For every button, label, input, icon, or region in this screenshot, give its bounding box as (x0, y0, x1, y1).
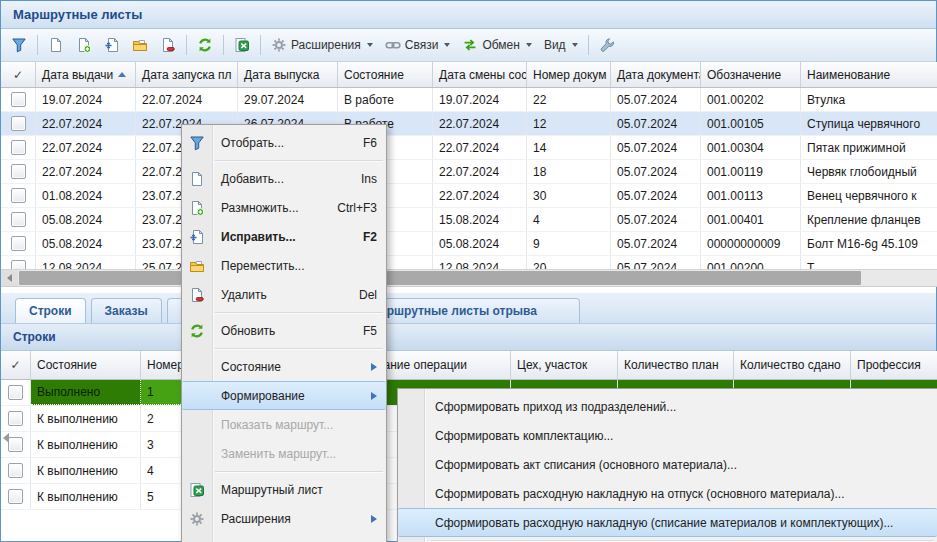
row-checkbox[interactable] (11, 140, 26, 155)
scroll-left-arrow[interactable] (3, 433, 9, 443)
tab-4[interactable]: Маршрутные листы отрыва (356, 298, 580, 323)
menu-item-удалить[interactable]: УдалитьDel (182, 280, 386, 309)
table-cell: 22.07.2024 (433, 160, 527, 183)
toolbar-button-расширения[interactable]: Расширения (266, 34, 378, 56)
row-checkbox-cell[interactable] (1, 136, 36, 159)
menu-item-label: Расширения (221, 512, 291, 526)
tab-2[interactable]: Заказы (91, 298, 162, 323)
column-header[interactable]: Дата смены сос (433, 62, 527, 87)
tab-1[interactable]: Строки (15, 298, 86, 323)
column-header[interactable]: Профессия (851, 351, 937, 379)
toolbar-button-filter[interactable] (6, 34, 32, 56)
row-checkbox-cell[interactable] (1, 112, 36, 135)
row-checkbox[interactable] (11, 212, 26, 227)
table-row[interactable]: 22.07.202422.07.202422.07.20241405.07.20… (1, 136, 937, 160)
table-row[interactable]: 05.08.202423.07.202405.08.2024905.07.202… (1, 232, 937, 256)
column-header[interactable]: Цех, участок (511, 351, 618, 379)
table-row[interactable]: 19.07.202422.07.202429.07.2024В работе19… (1, 88, 937, 112)
menu-item-размножить[interactable]: Размножить...Ctrl+F3 (182, 193, 386, 222)
column-header[interactable]: Обозначение (701, 62, 801, 87)
row-checkbox[interactable] (11, 188, 26, 203)
row-checkbox[interactable] (8, 385, 23, 400)
row-checkbox-cell[interactable] (1, 380, 31, 405)
column-header[interactable]: Дата выпуска (238, 62, 338, 87)
row-checkbox[interactable] (11, 236, 26, 251)
table-cell: 05.07.2024 (611, 256, 701, 269)
toolbar-button-duplicate-doc[interactable] (71, 34, 97, 56)
row-checkbox[interactable] (11, 92, 26, 107)
row-checkbox[interactable] (8, 411, 23, 426)
column-header-label: Обозначение (707, 68, 781, 82)
toolbar-button-edit-doc[interactable] (99, 34, 125, 56)
submenu-arrow-icon (371, 515, 377, 523)
column-header[interactable]: ✓ (1, 351, 31, 379)
toolbar-button-wrench[interactable] (594, 34, 620, 56)
menu-item-маршрутный-лист[interactable]: Маршрутный лист (182, 475, 386, 504)
row-checkbox[interactable] (8, 463, 23, 478)
toolbar-button-refresh[interactable] (192, 34, 218, 56)
toolbar-button-delete-doc[interactable] (155, 34, 181, 56)
column-header[interactable]: Состояние (338, 62, 433, 87)
table-cell: 22.07.2024 (433, 136, 527, 159)
row-checkbox-cell[interactable] (1, 184, 36, 207)
menu-item-переместить[interactable]: Переместить... (182, 251, 386, 280)
table-cell: 05.08.2024 (433, 232, 527, 255)
row-checkbox-cell[interactable] (1, 458, 31, 483)
column-header[interactable]: Количество план (618, 351, 734, 379)
row-checkbox[interactable] (8, 489, 23, 504)
menu-item-shortcut: Ins (349, 172, 377, 186)
row-checkbox-cell[interactable] (1, 160, 36, 183)
column-header[interactable]: ✓ (1, 62, 36, 87)
menu-item-добавить[interactable]: Добавить...Ins (182, 164, 386, 193)
menu-item-формирование[interactable]: Формирование (182, 381, 386, 410)
row-checkbox-cell[interactable] (1, 406, 31, 431)
table-row[interactable]: 22.07.202422.07.202422.07.20241805.07.20… (1, 160, 937, 184)
table-row[interactable]: 12.08.202425.07.202412.08.20242005.07.20… (1, 256, 937, 269)
menu-item-отобрать[interactable]: Отобрать...F6 (182, 128, 386, 157)
table-row[interactable]: 22.07.202422.07.202426.07.2024В работе22… (1, 112, 937, 136)
menu-item-обновить[interactable]: ОбновитьF5 (182, 316, 386, 345)
column-header[interactable]: Наименование (801, 62, 937, 87)
row-checkbox[interactable] (8, 437, 23, 452)
column-header[interactable]: Состояние (31, 351, 141, 379)
menu-item-показать-маршрут: Показать маршрут... (182, 410, 386, 439)
row-checkbox[interactable] (11, 116, 26, 131)
submenu-item[interactable]: Сформировать акт списания (основного мат… (398, 450, 937, 479)
menu-item-label: Исправить... (221, 230, 296, 244)
scrollbar-thumb[interactable] (19, 271, 861, 285)
submenu-item[interactable]: Сформировать расходную накладную на отпу… (398, 479, 937, 508)
toolbar-button-new-doc[interactable] (43, 34, 69, 56)
toolbar-button-обмен[interactable]: Обмен (457, 34, 537, 56)
submenu-item[interactable]: Сформировать расходную накладную (списан… (398, 508, 937, 537)
menu-item-расширения[interactable]: Расширения (182, 504, 386, 533)
row-checkbox-cell[interactable] (1, 88, 36, 111)
table-row[interactable]: 01.08.202423.07.202422.07.20243005.07.20… (1, 184, 937, 208)
toolbar-button-вид[interactable]: Вид (539, 35, 583, 55)
chevron-down-icon (444, 43, 450, 47)
scrollbar-left-button[interactable] (1, 270, 18, 286)
row-checkbox[interactable] (11, 164, 26, 179)
horizontal-scrollbar[interactable] (1, 269, 937, 287)
menu-item-исправить[interactable]: Исправить...F2 (182, 222, 386, 251)
column-header[interactable]: Дата запуска пл (136, 62, 238, 87)
column-header[interactable]: Дата документа (611, 62, 701, 87)
toolbar-button-excel[interactable] (229, 34, 255, 56)
refresh-icon (197, 37, 213, 53)
column-header[interactable]: Количество сдано (734, 351, 851, 379)
table-cell: 22.07.2024 (136, 88, 238, 111)
column-header[interactable]: Дата выдачи (36, 62, 136, 87)
menu-item-состояние[interactable]: Состояние (182, 352, 386, 381)
table-cell: 19.07.2024 (36, 88, 136, 111)
row-checkbox-cell[interactable] (1, 484, 31, 509)
row-checkbox[interactable] (11, 260, 26, 269)
submenu-arrow-icon (371, 363, 377, 371)
row-checkbox-cell[interactable] (1, 256, 36, 269)
row-checkbox-cell[interactable] (1, 208, 36, 231)
toolbar-button-связи[interactable]: Связи (380, 34, 456, 56)
column-header[interactable]: Номер докум (527, 62, 611, 87)
table-row[interactable]: 05.08.202423.07.202415.08.2024405.07.202… (1, 208, 937, 232)
toolbar-button-move-folder[interactable] (127, 34, 153, 56)
row-checkbox-cell[interactable] (1, 232, 36, 255)
submenu-item[interactable]: Сформировать приход из подразделений... (398, 392, 937, 421)
submenu-item[interactable]: Сформировать комплектацию... (398, 421, 937, 450)
